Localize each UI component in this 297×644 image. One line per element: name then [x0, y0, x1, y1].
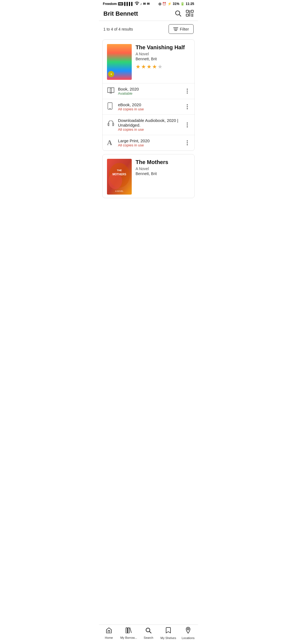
svg-text:HALF: HALF [116, 53, 123, 56]
content-area: 1 to 4 of 4 results Filter [99, 21, 198, 220]
barcode-icon[interactable] [186, 10, 194, 18]
cover-art-mothers: THE MOTHERS A NOVEL [107, 159, 132, 195]
svg-text:BRIT: BRIT [117, 75, 122, 77]
bluetooth-icon: ⚡ [167, 2, 172, 6]
svg-line-2 [179, 15, 181, 16]
eye-icon: ◎ [158, 2, 161, 6]
hd-badge: HD [118, 2, 123, 6]
header-icons [174, 10, 194, 18]
carrier-label: Freedom [103, 2, 117, 6]
book-cover-the-mothers[interactable]: THE MOTHERS A NOVEL [107, 159, 132, 195]
svg-text:THE: THE [117, 48, 121, 50]
format-row-book: Book, 2020 Available [103, 83, 194, 99]
battery-icon: 🔋 [180, 2, 185, 6]
book-title-mothers: The Mothers [136, 159, 190, 165]
star-4: ★ [152, 63, 157, 70]
book-author-mothers: Bennett, Brit [136, 171, 190, 176]
format-row-largeprint: A Large Print, 2020 All copies in use [103, 135, 194, 151]
mail-icon: ✉ [143, 2, 146, 6]
header: Brit Bennett [99, 7, 198, 21]
svg-text:MOTHERS: MOTHERS [112, 173, 126, 176]
book-format-icon [107, 87, 116, 95]
svg-text:BENNETT: BENNETT [115, 78, 124, 80]
svg-point-17 [114, 48, 125, 62]
battery-label: 31% [173, 2, 179, 6]
format-info-largeprint: Large Print, 2020 All copies in use [118, 138, 185, 147]
format-info-book: Book, 2020 Available [118, 87, 185, 95]
largeprint-format-icon: A [107, 139, 116, 147]
book-card-vanishing-half: THE VANISHING HALF A Novel BRIT BENNETT … [102, 39, 195, 151]
svg-point-1 [175, 11, 180, 15]
svg-point-0 [137, 4, 137, 5]
svg-text:VANISHING: VANISHING [112, 50, 126, 53]
star-5: ★ [158, 63, 163, 70]
svg-text:A Novel: A Novel [117, 72, 122, 74]
book-info-vanishing-half: The Vanishing Half A Novel Bennett, Brit… [136, 44, 190, 80]
format-type-book: Book, 2020 [118, 87, 185, 91]
svg-text:A NOVEL: A NOVEL [115, 190, 123, 192]
filter-button[interactable]: Filter [169, 24, 194, 34]
format-menu-book[interactable] [185, 88, 190, 95]
format-type-largeprint: Large Print, 2020 [118, 138, 185, 143]
status-bar: Freedom HD ▌▌▌▌ ♪ ✉ ✉ ◎ ⏰ ⚡ 31% 🔋 11:25 [99, 0, 198, 7]
format-row-audiobook: Downloadable Audiobook, 2020 | Unabridge… [103, 114, 194, 135]
star-2: ★ [141, 63, 146, 70]
time-label: 11:25 [186, 2, 194, 6]
status-right: ◎ ⏰ ⚡ 31% 🔋 11:25 [158, 2, 194, 6]
format-status-book: Available [118, 91, 185, 95]
alarm-icon: ⏰ [162, 2, 166, 6]
signal-icon: ▌▌▌▌ [124, 2, 134, 6]
format-row-ebook: eBook, 2020 All copies in use [103, 99, 194, 114]
book-subtitle: A Novel [136, 52, 190, 56]
format-type-ebook: eBook, 2020 [118, 102, 185, 107]
status-left: Freedom HD ▌▌▌▌ ♪ ✉ ✉ [103, 2, 150, 6]
book-card-the-mothers: THE MOTHERS A NOVEL The Mothers A Novel … [102, 154, 195, 198]
svg-point-15 [108, 48, 125, 70]
format-menu-audiobook[interactable] [185, 121, 190, 129]
results-bar: 1 to 4 of 4 results Filter [99, 21, 198, 37]
book-header: THE VANISHING HALF A Novel BRIT BENNETT … [103, 40, 194, 83]
book-title: The Vanishing Half [136, 44, 190, 51]
svg-rect-4 [191, 10, 193, 12]
award-badge: ★ [108, 71, 114, 77]
format-menu-largeprint[interactable] [185, 139, 190, 146]
star-rating: ★ ★ ★ ★ ★ [136, 63, 190, 70]
svg-rect-3 [186, 10, 188, 12]
svg-point-16 [116, 54, 131, 73]
page-title: Brit Bennett [103, 10, 138, 17]
book-subtitle-mothers: A Novel [136, 167, 190, 171]
book-author: Bennett, Brit [136, 57, 190, 61]
format-info-audiobook: Downloadable Audiobook, 2020 | Unabridge… [118, 118, 185, 132]
filter-label: Filter [180, 27, 189, 31]
format-type-audiobook: Downloadable Audiobook, 2020 | Unabridge… [118, 118, 185, 127]
format-info-ebook: eBook, 2020 All copies in use [118, 102, 185, 111]
svg-text:THE: THE [117, 169, 122, 172]
book-info-mothers: The Mothers A Novel Bennett, Brit [136, 159, 190, 195]
book-header-mothers: THE MOTHERS A NOVEL The Mothers A Novel … [103, 154, 194, 198]
audiobook-format-icon [107, 121, 116, 129]
results-count: 1 to 4 of 4 results [103, 27, 133, 31]
star-1: ★ [136, 63, 141, 70]
search-icon[interactable] [174, 10, 182, 18]
format-status-audiobook: All copies in use [118, 127, 185, 132]
format-menu-ebook[interactable] [185, 103, 190, 110]
wifi-icon [135, 2, 139, 6]
format-status-ebook: All copies in use [118, 107, 185, 111]
ebook-format-icon [107, 102, 116, 111]
svg-rect-5 [186, 14, 188, 16]
mail2-icon: ✉ [147, 2, 150, 6]
star-3: ★ [147, 63, 152, 70]
book-cover-vanishing-half[interactable]: THE VANISHING HALF A Novel BRIT BENNETT … [107, 44, 132, 80]
music-icon: ♪ [140, 2, 142, 6]
format-status-largeprint: All copies in use [118, 143, 185, 147]
